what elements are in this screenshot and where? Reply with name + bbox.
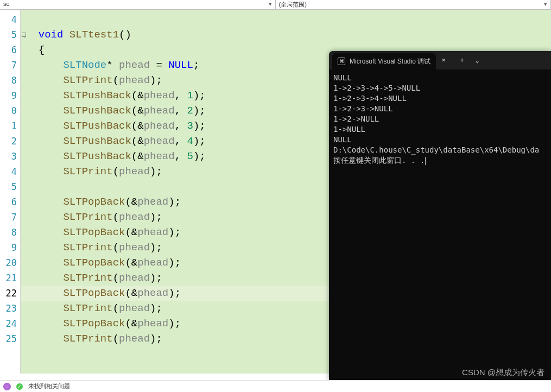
- terminal-line: 1->NULL: [333, 124, 547, 135]
- collapse-icon[interactable]: [22, 33, 26, 37]
- terminal-icon: ⌘: [338, 58, 345, 65]
- line-number: 3: [0, 149, 20, 164]
- terminal-line: D:\Code\C.house\C_study\dataBase\x64\Deb…: [333, 145, 547, 155]
- line-number-gutter: 4567890123456789202122232425: [0, 10, 21, 374]
- copilot-icon[interactable]: [3, 383, 11, 390]
- line-number: 21: [0, 270, 20, 286]
- line-number: 7: [0, 58, 20, 73]
- terminal-line: NULL: [333, 73, 547, 83]
- line-number: 9: [0, 88, 20, 103]
- line-number: 0: [0, 103, 20, 118]
- terminal-line: 1->2->3->4->NULL: [333, 93, 547, 104]
- terminal-line: 1->2->3->NULL: [333, 104, 547, 114]
- terminal-output[interactable]: NULL1->2->3->4->5->NULL1->2->3->4->NULL1…: [329, 69, 551, 381]
- line-number: 22: [0, 286, 20, 301]
- code-line[interactable]: [21, 12, 551, 27]
- terminal-line: 1->2->NULL: [333, 114, 547, 124]
- terminal-window: ⌘ Microsoft Visual Studio 调试 × + ⌄ NULL1…: [329, 51, 551, 381]
- line-number: 5: [0, 179, 20, 194]
- terminal-line: 按任意键关闭此窗口. . .: [333, 155, 547, 166]
- terminal-titlebar: ⌘ Microsoft Visual Studio 调试 × + ⌄: [329, 51, 551, 69]
- line-number: 25: [0, 331, 20, 346]
- line-number: 8: [0, 73, 20, 88]
- line-number: 4: [0, 12, 20, 27]
- terminal-tab[interactable]: ⌘ Microsoft Visual Studio 调试: [332, 53, 436, 69]
- terminal-line: 1->2->3->4->5->NULL: [333, 83, 547, 93]
- line-number: 4: [0, 164, 20, 179]
- watermark: CSDN @想成为传火者: [462, 368, 544, 378]
- close-tab-button[interactable]: ×: [436, 51, 451, 69]
- line-number: 1: [0, 118, 20, 134]
- status-no-issues: 未找到相关问题: [28, 382, 70, 390]
- scope-dropdown-right[interactable]: (全局范围): [276, 0, 552, 9]
- line-number: 2: [0, 134, 20, 149]
- cursor-icon: [425, 157, 426, 165]
- dropdown-bar: se (全局范围): [0, 0, 551, 10]
- line-number: 20: [0, 255, 20, 270]
- tab-dropdown-button[interactable]: ⌄: [470, 51, 485, 69]
- status-bar: ✓ 未找到相关问题: [0, 380, 551, 392]
- line-number: 9: [0, 240, 20, 255]
- line-number: 24: [0, 316, 20, 331]
- line-number: 23: [0, 301, 20, 316]
- scope-dropdown-left[interactable]: se: [0, 0, 276, 9]
- code-line[interactable]: void SLTtest1(): [21, 27, 551, 42]
- check-icon: ✓: [16, 383, 23, 390]
- line-number: 5: [0, 27, 20, 42]
- terminal-tab-title: Microsoft Visual Studio 调试: [350, 57, 430, 66]
- line-number: 6: [0, 194, 20, 210]
- line-number: 8: [0, 225, 20, 240]
- line-number: 7: [0, 210, 20, 225]
- line-number: 6: [0, 42, 20, 58]
- new-tab-button[interactable]: +: [454, 51, 470, 69]
- terminal-line: NULL: [333, 135, 547, 145]
